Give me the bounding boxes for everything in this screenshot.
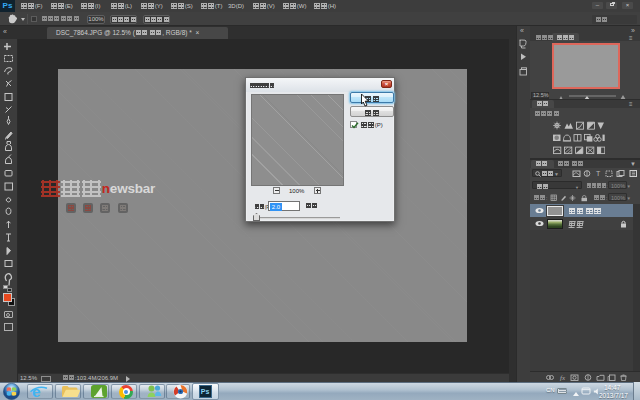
svg-text:T: T (596, 170, 601, 177)
svg-text:e: e (32, 383, 41, 399)
svg-text:fx: fx (560, 374, 566, 381)
